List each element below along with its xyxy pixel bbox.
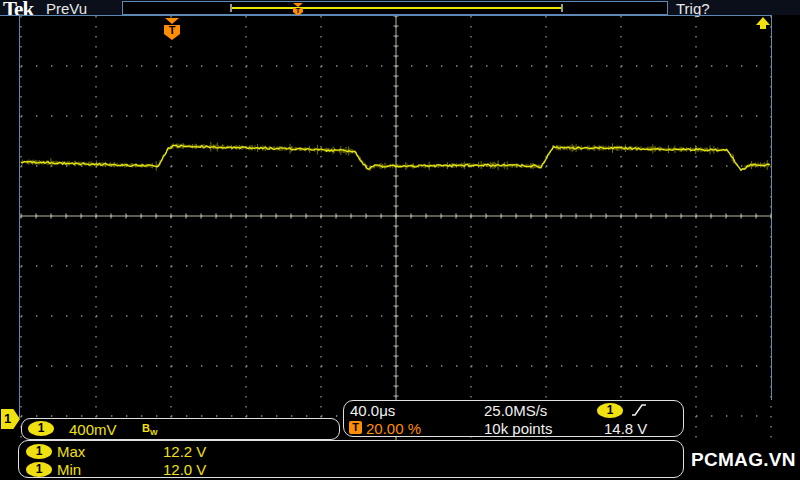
bandwidth-limit-icon: BW [142, 422, 158, 437]
measurement-name: Max [57, 443, 85, 460]
svg-text:T: T [169, 24, 176, 36]
window-bracket-right-icon [561, 4, 563, 12]
acquisition-record-bar: T [122, 1, 668, 15]
graticule-waveform-display: T [19, 16, 773, 440]
oscilloscope-screen: Tek PreVu T Trig? T 1 1 400mV BW 40.0μs [0, 0, 800, 480]
top-status-bar: Tek PreVu T Trig? [0, 0, 800, 15]
svg-text:T: T [296, 7, 301, 14]
horizontal-trigger-readout: 40.0μs 25.0MS/s 1 T 20.00 % 10k points 1… [343, 400, 684, 437]
channel1-scale: 400mV [69, 421, 117, 438]
measurement-row-max: 1 Max 12.2 V [19, 443, 683, 461]
channel1-badge: 1 [28, 421, 54, 436]
trigger-level: 14.8 V [604, 420, 647, 437]
watermark: PCMAG.VN [691, 449, 796, 471]
measurement-row-min: 1 Min 12.0 V [19, 461, 683, 479]
channel1-readout: 1 400mV BW [21, 418, 340, 440]
measurements-panel: 1 Max 12.2 V 1 Min 12.0 V [18, 440, 684, 478]
measurement-value: 12.0 V [163, 461, 206, 478]
trigger-source-badge: 1 [597, 403, 623, 418]
trigger-position-record-icon: T [292, 2, 304, 16]
measurement-channel-badge: 1 [26, 462, 52, 477]
display-window-line [232, 7, 562, 9]
time-per-div: 40.0μs [350, 402, 395, 419]
measurement-channel-badge: 1 [26, 444, 52, 459]
measurement-value: 12.2 V [163, 443, 206, 460]
trigger-position-percent: 20.00 % [366, 420, 421, 437]
record-length: 10k points [484, 420, 552, 437]
sample-rate: 25.0MS/s [484, 402, 547, 419]
trigger-badge-icon: T [349, 421, 362, 434]
trigger-slope-rising-icon [631, 403, 647, 417]
channel1-ground-marker-label: 1 [1, 409, 14, 429]
channel1-ground-marker: 1 [1, 409, 20, 429]
measurement-name: Min [57, 461, 81, 478]
